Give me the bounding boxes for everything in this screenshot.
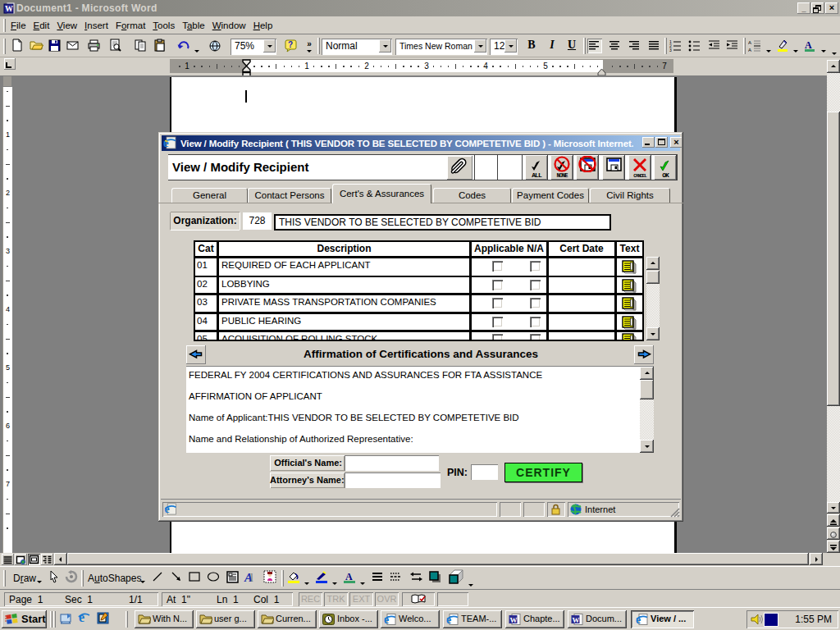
svg-text:e: e (163, 136, 169, 149)
svg-text:3: 3 (669, 48, 672, 52)
svg-text:l: l (250, 572, 253, 584)
svg-text:e: e (79, 611, 84, 624)
svg-text:e: e (384, 614, 389, 625)
svg-text:?: ? (288, 40, 293, 49)
svg-text:W: W (5, 4, 13, 13)
svg-text:A: A (345, 571, 353, 582)
svg-text:e: e (636, 614, 641, 625)
svg-text:W: W (510, 616, 518, 624)
svg-text:e: e (165, 503, 170, 515)
svg-text:A: A (748, 48, 751, 52)
svg-text:W: W (573, 616, 580, 624)
svg-text:A: A (748, 40, 751, 45)
svg-text:e: e (446, 614, 451, 625)
svg-text:A: A (805, 39, 812, 51)
